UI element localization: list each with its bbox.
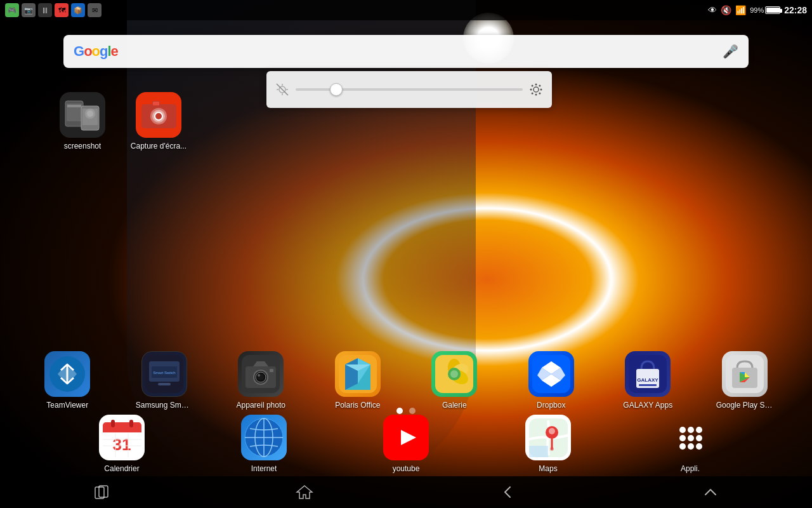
dropbox-label: Dropbox — [537, 401, 565, 410]
svg-rect-28 — [153, 102, 159, 105]
screenshot-icon — [60, 92, 105, 138]
capture-icon — [136, 92, 181, 138]
svg-point-8 — [535, 94, 537, 96]
calendrier-label: Calendrier — [104, 464, 139, 473]
eye-status-icon: 👁 — [708, 5, 717, 15]
app-camera[interactable]: Appareil photo — [229, 351, 292, 410]
svg-rect-17 — [67, 105, 81, 107]
home-button[interactable] — [285, 479, 324, 505]
svg-rect-44 — [270, 369, 273, 372]
brightness-slider[interactable] — [296, 88, 523, 91]
search-bar[interactable]: Google 🎤 — [63, 35, 749, 68]
dock-row: 31 Calendrier — [0, 415, 812, 473]
svg-point-9 — [530, 89, 532, 91]
app-dropbox[interactable]: Dropbox — [520, 351, 583, 410]
camera-icon — [238, 351, 284, 397]
svg-point-103 — [696, 443, 702, 450]
navigation-bar — [0, 476, 812, 508]
battery-percent: 99% — [750, 6, 764, 14]
brightness-off-icon — [275, 83, 289, 97]
svg-rect-77 — [129, 420, 133, 427]
app-screenshot[interactable]: screenshot — [51, 92, 114, 150]
svg-point-101 — [679, 443, 686, 450]
app-internet[interactable]: Internet — [232, 415, 296, 473]
youtube-label: youtube — [393, 464, 420, 473]
internet-icon — [241, 415, 287, 460]
internet-label: Internet — [251, 464, 277, 473]
app-samsung[interactable]: SAMSUNG Smart Switch Samsung Smar... — [133, 351, 196, 410]
app-appli[interactable]: Appli. — [658, 415, 722, 473]
maps-icon — [525, 415, 571, 460]
svg-marker-106 — [297, 486, 312, 498]
svg-point-55 — [450, 370, 458, 378]
back-button[interactable] — [488, 479, 527, 505]
microphone-icon[interactable]: 🎤 — [723, 44, 738, 59]
app-galerie[interactable]: Galerie — [422, 351, 486, 410]
svg-point-97 — [696, 427, 702, 433]
polaris-label: Polaris Office — [335, 401, 380, 410]
page-dot-2[interactable] — [409, 408, 416, 414]
mute-icon: 🔇 — [721, 5, 731, 15]
galerie-label: Galerie — [442, 401, 467, 410]
svg-rect-94 — [529, 446, 548, 457]
svg-text:Smart Switch: Smart Switch — [153, 371, 175, 375]
app-maps[interactable]: Maps — [516, 415, 580, 473]
svg-point-14 — [532, 92, 534, 94]
page-dot-1[interactable] — [396, 408, 403, 414]
svg-point-102 — [688, 443, 694, 450]
teamviewer-icon — [44, 351, 90, 397]
notif-icon-mail: ✉ — [88, 3, 102, 17]
wifi-icon: 📶 — [735, 5, 746, 15]
app-youtube[interactable]: youtube — [374, 415, 438, 473]
play-store-icon — [722, 351, 768, 397]
polaris-icon — [335, 351, 381, 397]
app-play-store[interactable]: Google Play St... — [713, 351, 776, 410]
svg-point-12 — [539, 92, 540, 94]
samsung-label: Samsung Smar... — [136, 401, 193, 410]
svg-point-6 — [534, 87, 539, 92]
brightness-settings-icon[interactable] — [529, 83, 543, 97]
appli-icon — [667, 415, 713, 460]
time-display: 22:28 — [784, 5, 807, 15]
svg-point-95 — [679, 427, 686, 433]
app-polaris[interactable]: Polaris Office — [326, 351, 390, 410]
capture-label: Capture d'écra... — [131, 142, 187, 150]
page-indicators — [396, 408, 416, 414]
svg-rect-76 — [111, 420, 115, 427]
top-app-icons: screenshot Capture d'écra... — [51, 92, 190, 150]
svg-point-7 — [535, 84, 537, 86]
svg-point-100 — [696, 435, 702, 441]
dropbox-icon — [528, 351, 574, 397]
svg-point-13 — [539, 85, 540, 87]
battery-bar — [765, 6, 780, 14]
minimize-button[interactable] — [691, 479, 730, 505]
battery-fill — [766, 8, 780, 13]
youtube-icon — [383, 415, 429, 460]
status-right-icons: 👁 🔇 📶 99% 22:28 — [708, 5, 807, 15]
notif-icon-photo: 📷 — [22, 3, 36, 17]
screenshot-label: screenshot — [64, 142, 102, 150]
galaxy-label: GALAXY Apps — [623, 401, 672, 410]
svg-point-21 — [87, 110, 93, 117]
brightness-thumb[interactable] — [330, 83, 343, 96]
status-left-icons: 🎮 📷 ||| 🗺 📦 ✉ — [5, 3, 102, 17]
svg-rect-36 — [158, 383, 171, 385]
calendar-icon: 31 — [99, 415, 145, 460]
notif-icon-map: 🗺 — [55, 3, 69, 17]
svg-point-26 — [155, 113, 162, 119]
appli-label: Appli. — [681, 464, 700, 473]
brightness-icon — [275, 83, 289, 97]
app-calendrier[interactable]: 31 Calendrier — [90, 415, 154, 473]
app-capture[interactable]: Capture d'écra... — [127, 92, 190, 150]
app-teamviewer[interactable]: TeamViewer — [36, 351, 99, 410]
svg-point-99 — [688, 435, 694, 441]
recent-apps-button[interactable] — [82, 479, 121, 505]
svg-text:GALAXY: GALAXY — [638, 377, 659, 383]
app-galaxy[interactable]: GALAXY GALAXY Apps — [616, 351, 679, 410]
notif-icon-barcode: ||| — [38, 3, 52, 17]
svg-rect-65 — [639, 384, 657, 386]
brightness-popup — [266, 71, 552, 108]
galerie-icon — [431, 351, 477, 397]
svg-point-43 — [258, 374, 260, 377]
svg-point-93 — [550, 447, 554, 451]
